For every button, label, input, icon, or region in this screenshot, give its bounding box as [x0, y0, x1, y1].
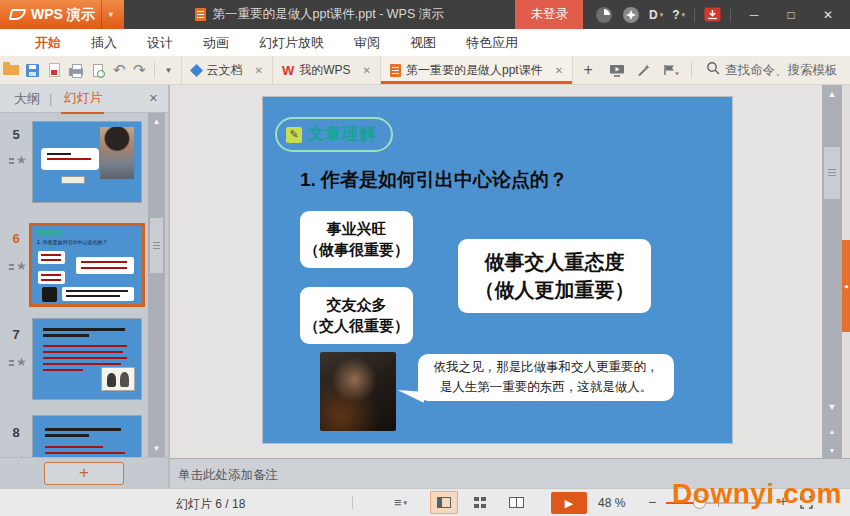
open-file-button[interactable]	[0, 59, 22, 81]
textbox-career[interactable]: 事业兴旺 （做事很重要）	[300, 211, 413, 268]
mini-text-line	[41, 274, 61, 276]
previous-slide-button[interactable]: ▲	[822, 429, 842, 434]
titlebar: WPS 演示 ▾ 第一重要的是做人ppt课件.ppt - WPS 演示 未登录 …	[0, 0, 850, 29]
print-button[interactable]	[66, 59, 88, 81]
help-icon[interactable]: ? ▾	[672, 8, 685, 22]
tab-close-icon[interactable]: ✕	[255, 65, 263, 76]
preview-icon	[93, 64, 103, 77]
save-button[interactable]	[22, 59, 44, 81]
app-menu-button[interactable]: WPS 演示 ▾	[0, 0, 124, 29]
section-badge[interactable]: ✎ 文章理解	[275, 117, 393, 152]
reading-view-icon	[509, 497, 524, 508]
tab-cloud-docs[interactable]: 云文档 ✕	[181, 56, 273, 84]
current-slide[interactable]: ✎ 文章理解 1. 作者是如何引出中心论点的？ 事业兴旺 （做事很重要） 交友众…	[263, 97, 732, 443]
wps-logo-icon	[9, 9, 27, 20]
new-tab-button[interactable]: +	[573, 56, 603, 84]
mini-shape	[76, 257, 134, 274]
slide-thumbnail-8[interactable]	[32, 415, 142, 457]
tab-close-icon[interactable]: ✕	[363, 65, 371, 76]
textbox-friends[interactable]: 交友众多 （交人很重要）	[300, 287, 413, 344]
mini-speech-bubble	[62, 287, 134, 301]
sidebar-scrollbar[interactable]: ▲ ▼	[148, 113, 165, 457]
mini-text-line	[43, 357, 127, 359]
play-on-device-icon[interactable]	[609, 64, 625, 77]
slide-thumbnail-7[interactable]	[32, 318, 142, 400]
speech-bubble[interactable]: 依我之见，那是比做事和交人更重要的， 是人生第一重要的东西，这就是做人。	[418, 354, 674, 401]
export-pdf-button[interactable]	[44, 59, 66, 81]
menu-item-home[interactable]: 开始	[20, 34, 76, 52]
slide-thumbnail-6-selected[interactable]: 1. 作者是如何引出中心论点的？	[29, 223, 145, 307]
search-input[interactable]	[725, 63, 850, 77]
slide-sorter-button[interactable]	[466, 491, 494, 514]
scroll-down-icon[interactable]: ▼	[148, 444, 165, 453]
slide-thumbnail-5[interactable]	[32, 121, 142, 203]
slide-question-text[interactable]: 1. 作者是如何引出中心论点的？	[300, 167, 568, 193]
undo-button[interactable]: ↶	[109, 61, 129, 79]
next-slide-button[interactable]: ▼	[822, 448, 842, 453]
scrollbar-thumb[interactable]	[824, 147, 840, 199]
portrait-photo[interactable]	[320, 352, 396, 431]
animation-star-icon: ★	[16, 259, 27, 273]
main-scrollbar[interactable]: ▲ ▼ ▲ ▼	[822, 85, 842, 458]
animation-star-icon: ★	[16, 153, 27, 167]
slideshow-play-button[interactable]: ▶	[551, 492, 587, 514]
close-button[interactable]: ✕	[814, 0, 842, 29]
customize-toolbar-caret-icon[interactable]: ▼	[160, 66, 176, 75]
animation-star-icon: ★	[16, 355, 27, 369]
mini-text-line	[81, 267, 127, 269]
mini-text-line	[45, 428, 121, 431]
menu-item-view[interactable]: 视图	[395, 34, 451, 52]
menu-item-slideshow[interactable]: 幻灯片放映	[244, 34, 339, 52]
tab-label: 我的WPS	[299, 62, 350, 79]
outline-tab[interactable]: 大纲	[14, 90, 40, 108]
mini-label	[61, 176, 85, 184]
normal-view-button[interactable]	[430, 491, 458, 514]
slide-number: 6	[6, 231, 26, 246]
mini-text-line	[41, 259, 61, 261]
app-menu-caret-icon[interactable]: ▾	[101, 0, 120, 29]
menu-item-insert[interactable]: 插入	[76, 34, 132, 52]
vip-icon[interactable]	[622, 6, 640, 24]
save-icon	[26, 64, 39, 77]
login-button[interactable]: 未登录	[515, 0, 583, 29]
toolbar-separator	[154, 62, 155, 78]
scrollbar-thumb[interactable]	[150, 218, 163, 273]
print-preview-button[interactable]	[87, 59, 109, 81]
redo-button[interactable]: ↷	[129, 61, 149, 79]
slides-tab[interactable]: 幻灯片	[61, 84, 104, 114]
tab-my-wps[interactable]: W 我的WPS ✕	[273, 56, 381, 84]
menu-item-review[interactable]: 审阅	[339, 34, 395, 52]
docer-templates-icon[interactable]: D ▾	[649, 8, 663, 22]
command-search[interactable]	[706, 61, 850, 79]
help-glyph: ?	[672, 8, 679, 22]
reading-view-button[interactable]	[502, 491, 530, 514]
mini-photo	[100, 127, 134, 179]
scroll-up-icon[interactable]: ▲	[822, 89, 842, 99]
menu-item-animation[interactable]: 动画	[188, 34, 244, 52]
theme-icon[interactable]	[595, 6, 613, 24]
zoom-out-button[interactable]: −	[648, 494, 656, 510]
slide-sorter-icon	[474, 497, 486, 508]
menubar: 开始 插入 设计 动画 幻灯片放映 审阅 视图 特色应用	[0, 29, 850, 56]
maximize-button[interactable]: □	[777, 0, 805, 29]
mini-text-line	[43, 328, 125, 331]
scroll-up-icon[interactable]: ▲	[148, 117, 165, 126]
add-slide-button[interactable]: +	[44, 462, 124, 485]
tab-current-document[interactable]: 第一重要的是做人ppt课件 ✕	[381, 56, 573, 84]
magic-wand-icon[interactable]	[637, 63, 651, 77]
close-panel-icon[interactable]: ✕	[149, 92, 158, 105]
menu-item-special-features[interactable]: 特色应用	[451, 34, 533, 52]
slide-panel-header: 大纲 | 幻灯片 ✕	[0, 85, 168, 113]
textbox-attitude[interactable]: 做事交人重态度 （做人更加重要）	[458, 239, 651, 313]
scroll-down-icon[interactable]: ▼	[822, 402, 842, 412]
menu-item-design[interactable]: 设计	[132, 34, 188, 52]
download-manager-icon[interactable]	[704, 7, 721, 22]
collapsed-panel-tab[interactable]: ◀	[842, 240, 850, 332]
search-icon	[706, 61, 720, 79]
bubble-line: 依我之见，那是比做事和交人更重要的，	[426, 358, 666, 377]
mini-text-line	[66, 295, 120, 297]
tab-close-icon[interactable]: ✕	[555, 65, 563, 76]
minimize-button[interactable]: ─	[740, 0, 768, 29]
flag-menu-icon[interactable]	[663, 64, 680, 76]
statusbar-menu-icon[interactable]: ≡ ▾	[394, 495, 407, 510]
